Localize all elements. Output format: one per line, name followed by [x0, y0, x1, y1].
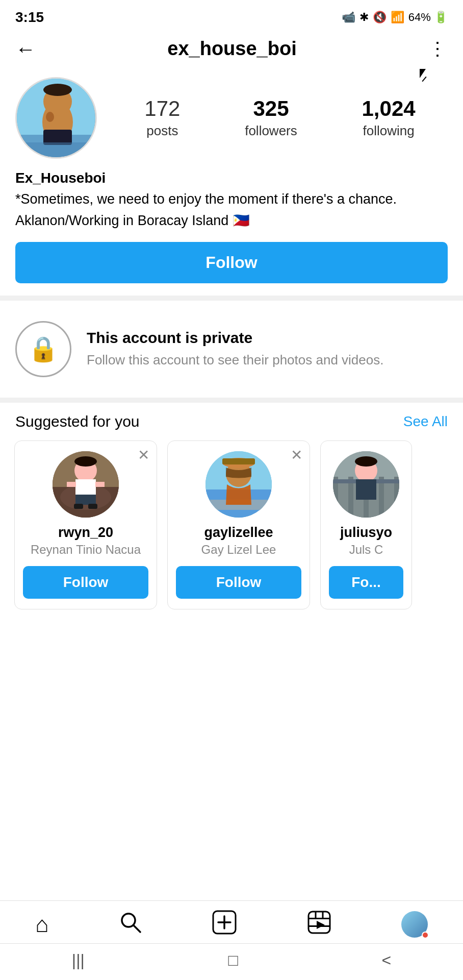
follow-button[interactable]: Follow — [15, 242, 448, 283]
following-stat[interactable]: 1,024 following — [362, 97, 416, 138]
top-nav: ← ex_house_boi ⋮ — [0, 31, 463, 67]
svg-rect-12 — [75, 479, 96, 497]
bottom-nav-items: ⌂ — [0, 901, 463, 943]
profile-avatar-small — [401, 911, 428, 938]
dismiss-rwyn-button[interactable]: ✕ — [138, 448, 149, 462]
notification-dot — [422, 932, 429, 939]
followers-count: 325 — [253, 97, 289, 120]
posts-stat[interactable]: 172 posts — [144, 97, 180, 138]
section-divider — [0, 296, 463, 301]
avatar-image — [17, 79, 95, 157]
followers-label: followers — [245, 123, 297, 139]
profile-header: 172 posts 325 followers 1,024 following — [0, 67, 463, 167]
svg-rect-15 — [67, 482, 76, 487]
status-time: 3:15 — [15, 9, 44, 26]
svg-rect-18 — [88, 504, 97, 509]
svg-rect-24 — [222, 458, 255, 464]
avatar-julius — [333, 451, 399, 518]
following-count: 1,024 — [362, 97, 416, 120]
suggested-title: Suggested for you — [15, 413, 140, 430]
suggested-cards-row: ✕ — [0, 440, 463, 609]
status-icons: 📹 ✱ 🔇 📶 64% 🔋 — [342, 11, 448, 24]
suggested-displayname-gay: Gay Lizel Lee — [201, 543, 276, 557]
follow-rwyn-button[interactable]: Follow — [23, 566, 148, 599]
mute-icon: 🔇 — [373, 11, 387, 24]
display-name: Ex_Houseboi — [15, 170, 448, 186]
suggested-section: Suggested for you See All ✕ — [0, 403, 463, 615]
suggested-displayname-julius: Juls C — [349, 543, 383, 557]
posts-count: 172 — [144, 97, 180, 120]
reels-icon — [307, 911, 331, 938]
private-account-subtitle: Follow this account to see their photos … — [87, 351, 383, 369]
followers-stat[interactable]: 325 followers — [245, 97, 297, 138]
avatar-rwyn — [53, 451, 119, 518]
private-text-block: This account is private Follow this acco… — [87, 329, 383, 369]
avatar-gay — [205, 451, 272, 518]
more-options-button[interactable]: ⋮ — [428, 38, 448, 60]
nav-search[interactable] — [119, 911, 142, 937]
posts-label: posts — [146, 123, 178, 139]
android-menu-button[interactable]: ||| — [72, 951, 85, 970]
suggested-username-gay: gaylizellee — [204, 525, 273, 541]
suggestion-card-gay: ✕ — [167, 440, 310, 609]
battery-label: 64% 🔋 — [408, 11, 448, 24]
suggested-username-julius: juliusyo — [340, 525, 392, 541]
avatar — [15, 77, 97, 159]
dismiss-gay-button[interactable]: ✕ — [291, 448, 302, 462]
lock-icon: 🔒 — [15, 321, 71, 377]
page-title: ex_house_boi — [167, 38, 296, 60]
add-icon — [212, 910, 237, 938]
stats-container: 172 posts 325 followers 1,024 following — [112, 97, 448, 138]
svg-point-5 — [46, 112, 54, 122]
bottom-spacer — [0, 615, 463, 706]
android-home-button[interactable]: □ — [228, 951, 238, 970]
bio-text: *Sometimes, we need to enjoy the moment … — [15, 189, 448, 209]
profile-info: Ex_Houseboi *Sometimes, we need to enjoy… — [0, 167, 463, 237]
private-account-title: This account is private — [87, 329, 383, 347]
nav-reels[interactable] — [307, 911, 331, 938]
private-account-section: 🔒 This account is private Follow this ac… — [0, 301, 463, 398]
status-bar: 3:15 📹 ✱ 🔇 📶 64% 🔋 — [0, 0, 463, 31]
section-divider-2 — [0, 398, 463, 403]
svg-rect-13 — [75, 495, 96, 505]
nav-add[interactable] — [212, 910, 237, 938]
see-all-button[interactable]: See All — [403, 413, 448, 430]
wifi-icon: 📶 — [391, 11, 404, 24]
suggested-header: Suggested for you See All — [0, 413, 463, 440]
suggestion-card-rwyn: ✕ — [14, 440, 157, 609]
suggestion-card-julius: juliusyo Juls C Fo... — [320, 440, 412, 609]
follow-julius-button[interactable]: Fo... — [329, 566, 403, 599]
search-icon — [119, 911, 142, 937]
follow-gay-button[interactable]: Follow — [176, 566, 301, 599]
svg-point-35 — [355, 456, 377, 467]
svg-rect-42 — [308, 918, 330, 919]
svg-point-14 — [74, 456, 97, 467]
back-button[interactable]: ← — [15, 39, 36, 59]
nav-profile[interactable] — [401, 911, 428, 938]
home-icon: ⌂ — [35, 913, 49, 936]
suggested-username-rwyn: rwyn_20 — [58, 525, 113, 541]
svg-rect-16 — [95, 482, 105, 487]
svg-rect-7 — [17, 142, 97, 159]
following-label: following — [363, 123, 414, 139]
svg-line-37 — [134, 925, 140, 932]
svg-point-4 — [43, 84, 72, 96]
android-back-button[interactable]: < — [381, 951, 391, 970]
bluetooth-icon: ✱ — [359, 11, 369, 24]
location-text: Aklanon/Working in Boracay Island 🇵🇭 — [15, 212, 448, 229]
svg-marker-46 — [317, 921, 325, 929]
camera-icon: 📹 — [342, 11, 355, 24]
bottom-nav: ⌂ — [0, 900, 463, 980]
android-nav-bar: ||| □ < — [0, 943, 463, 980]
suggested-displayname-rwyn: Reynan Tinio Nacua — [31, 543, 141, 557]
svg-rect-34 — [356, 479, 376, 500]
nav-home[interactable]: ⌂ — [35, 913, 49, 936]
svg-rect-17 — [74, 504, 83, 509]
